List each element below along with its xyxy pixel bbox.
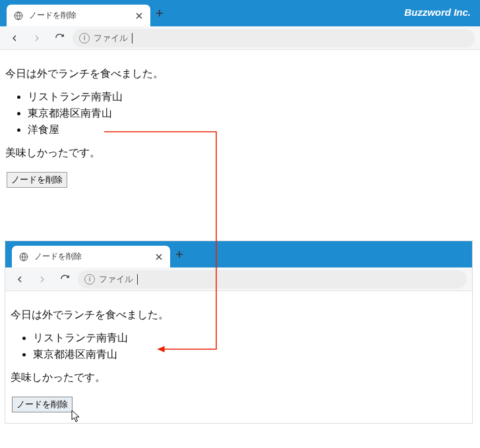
remove-node-button[interactable]: ノードを削除 [7,172,67,188]
browser-tab-strip: ノードを削除 Buzzword Inc. [0,0,480,26]
globe-icon [18,252,29,262]
remove-node-button[interactable]: ノードを削除 [12,397,73,412]
item-list: リストランテ南青山 東京都港区南青山 洋食屋 [28,90,475,137]
browser-toolbar: i ファイル [0,26,480,50]
tab-title: ノードを削除 [29,10,129,21]
browser-toolbar: i ファイル [5,267,472,291]
tab-title: ノードを削除 [34,251,149,262]
back-button[interactable] [11,270,29,289]
intro-text: 今日は外でランチを食べました。 [11,308,467,322]
list-item: 東京都港区南青山 [33,348,467,362]
item-list: リストランテ南青山 東京都港区南青山 [33,331,467,362]
second-browser-window: ノードを削除 i ファイル 今日は外でランチを食べました。 リストランテ南青山 … [5,240,473,424]
address-bar[interactable]: i ファイル [78,270,467,289]
list-item: リストランテ南青山 [33,331,467,345]
brand-label: Buzzword Inc. [404,0,480,26]
address-text: ファイル [94,32,128,44]
info-icon: i [84,274,95,285]
globe-icon [13,11,24,21]
forward-button[interactable] [28,29,46,47]
browser-tab[interactable]: ノードを削除 [12,246,170,267]
reload-button[interactable] [50,29,69,47]
back-button[interactable] [5,29,24,47]
page-content: 今日は外でランチを食べました。 リストランテ南青山 東京都港区南青山 洋食屋 美… [0,50,480,198]
intro-text: 今日は外でランチを食べました。 [5,67,475,81]
browser-tab-strip: ノードを削除 [5,241,472,267]
new-tab-button[interactable] [170,241,189,267]
page-content: 今日は外でランチを食べました。 リストランテ南青山 東京都港区南青山 美味しかっ… [5,291,472,423]
info-icon: i [79,33,90,43]
address-text: ファイル [99,273,133,285]
close-icon[interactable] [154,252,164,262]
outro-text: 美味しかったです。 [11,371,467,385]
list-item: 洋食屋 [28,123,475,137]
text-cursor [137,274,138,285]
address-bar[interactable]: i ファイル [73,29,475,47]
mouse-cursor-icon [71,410,83,424]
new-tab-button[interactable] [150,0,169,26]
list-item: リストランテ南青山 [28,90,475,104]
outro-text: 美味しかったです。 [5,146,475,160]
text-cursor [132,33,133,43]
browser-tab[interactable]: ノードを削除 [7,5,150,26]
close-icon[interactable] [135,11,144,20]
forward-button[interactable] [33,270,51,289]
reload-button[interactable] [55,270,74,289]
list-item: 東京都港区南青山 [28,107,475,121]
